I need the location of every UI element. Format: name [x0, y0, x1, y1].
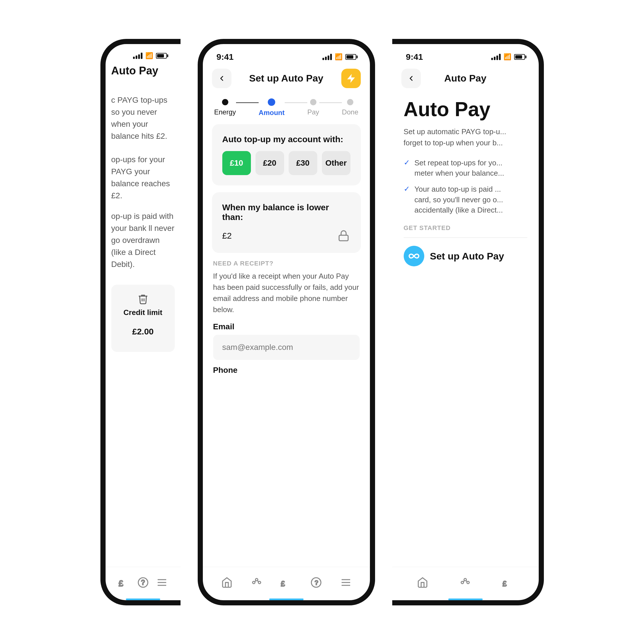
bullet-list: ✓ Set repeat top-ups for yo...meter when… [404, 158, 527, 215]
svg-text:?: ? [315, 579, 318, 586]
delete-button[interactable] [120, 293, 166, 305]
svg-line-11 [255, 580, 256, 582]
right-nav-bar: Auto Pay [392, 64, 539, 93]
step-line-2 [285, 102, 308, 103]
left-status-bar: 📶 [106, 44, 181, 62]
balance-row: £2 [222, 229, 350, 243]
left-credit-card-container: Credit limit £2.00 [111, 285, 175, 352]
amount-grid: £10 £20 £30 Other [222, 151, 350, 175]
svg-line-23 [466, 580, 467, 582]
center-nav-home[interactable] [218, 574, 235, 591]
svg-text:£: £ [118, 578, 123, 588]
svg-line-12 [257, 580, 258, 582]
center-status-icons: 📶 [322, 53, 356, 61]
right-back-button[interactable] [401, 69, 421, 88]
topup-card: Auto top-up my account with: £10 £20 £30… [212, 124, 361, 185]
right-nav-home[interactable] [414, 574, 431, 591]
step-amount-label: Amount [259, 109, 285, 117]
center-nav-account[interactable]: £ [278, 574, 295, 591]
check-icon-1: ✓ [404, 158, 410, 167]
back-button[interactable] [212, 69, 231, 88]
step-line-3 [319, 102, 342, 103]
right-status-icons: 📶 [491, 53, 525, 61]
lock-icon [337, 229, 350, 243]
svg-rect-7 [339, 235, 348, 241]
divider [404, 237, 527, 238]
left-desc2: op-ups for your PAYG your balance reache… [111, 154, 175, 202]
left-page-title: Auto Pay [111, 65, 175, 77]
right-wifi-icon: 📶 [504, 53, 511, 61]
lightning-button[interactable] [341, 69, 361, 88]
receipt-text: If you'd like a receipt when your Auto P… [213, 271, 360, 315]
get-started-label: GET STARTED [404, 224, 527, 232]
svg-line-22 [463, 580, 465, 582]
amount-10-button[interactable]: £10 [222, 151, 251, 175]
bullet-item-1: ✓ Set repeat top-ups for yo...meter when… [404, 158, 527, 179]
center-nav-menu[interactable] [337, 574, 354, 591]
left-nav-help[interactable]: ? [134, 574, 152, 591]
right-nav-indicator [448, 599, 483, 600]
right-nav-network[interactable] [457, 574, 474, 591]
phone-label: Phone [213, 366, 360, 375]
balance-value: £2 [222, 231, 232, 241]
bullet-text-1: Set repeat top-ups for yo...meter when y… [415, 158, 504, 179]
amount-30-button[interactable]: £30 [289, 151, 317, 175]
email-input[interactable] [213, 335, 360, 360]
step-line-1 [236, 102, 259, 103]
left-nav-menu[interactable] [153, 574, 171, 591]
credit-limit-label: Credit limit [120, 308, 166, 317]
setup-autopay-label: Set up Auto Pay [430, 251, 504, 262]
step-done: Done [342, 99, 358, 116]
svg-text:?: ? [141, 579, 145, 586]
amount-other-button[interactable]: Other [322, 151, 350, 175]
phone-right: 9:41 📶 Auto Pay Auto Pay [392, 39, 544, 605]
credit-value-card: £2.00 [120, 320, 166, 343]
right-nav-account[interactable]: £ [500, 574, 517, 591]
left-nav-account[interactable]: £ [116, 574, 133, 591]
battery-icon [156, 53, 167, 59]
step-pay-label: Pay [307, 108, 319, 116]
center-content: Auto top-up my account with: £10 £20 £30… [203, 120, 370, 567]
svg-text:£: £ [502, 579, 507, 588]
center-page-title: Set up Auto Pay [231, 73, 341, 84]
right-bottom-nav: £ [392, 567, 539, 600]
topup-card-title: Auto top-up my account with: [222, 134, 350, 144]
center-bottom-nav: £ ? [203, 567, 370, 600]
right-signal-icon [491, 54, 501, 60]
stepper: Energy Amount Pay Done [203, 93, 370, 120]
center-nav-bar: Set up Auto Pay [203, 64, 370, 93]
signal-icon [133, 53, 142, 59]
right-page-title: Auto Pay [421, 73, 510, 84]
wifi-icon: 📶 [145, 52, 153, 60]
right-battery-icon [514, 54, 525, 60]
scene: 📶 Auto Pay c PAYG top-ups so you never w… [0, 0, 644, 644]
step-energy: Energy [214, 99, 236, 116]
step-amount: Amount [259, 98, 285, 117]
receipt-section-label: NEED A RECEIPT? [213, 260, 360, 267]
center-signal-icon [322, 54, 332, 60]
setup-autopay-button[interactable]: Set up Auto Pay [404, 246, 527, 266]
left-bottom-nav: £ ? [106, 567, 181, 600]
phone-center: 9:41 📶 Set up Auto Pay [198, 39, 375, 605]
step-amount-dot [268, 98, 275, 106]
svg-marker-6 [348, 74, 354, 82]
amount-20-button[interactable]: £20 [255, 151, 284, 175]
step-energy-label: Energy [214, 108, 236, 116]
step-pay: Pay [307, 99, 319, 116]
center-status-bar: 9:41 📶 [203, 44, 370, 64]
right-content: Auto Pay Set up automatic PAYG top-u...f… [392, 93, 539, 567]
email-label: Email [213, 322, 360, 331]
balance-card-title: When my balance is lower than: [222, 203, 350, 222]
right-status-bar: 9:41 📶 [392, 44, 539, 64]
bullet-text-2: Your auto top-up is paid ...card, so you… [415, 184, 503, 215]
left-status-icons: 📶 [133, 52, 167, 60]
step-pay-dot [310, 99, 316, 105]
phone-left: 📶 Auto Pay c PAYG top-ups so you never w… [100, 39, 181, 605]
bullet-item-2: ✓ Your auto top-up is paid ...card, so y… [404, 184, 527, 215]
left-desc1: c PAYG top-ups so you never when your ba… [111, 94, 175, 142]
right-time: 9:41 [406, 52, 423, 62]
step-done-label: Done [342, 108, 358, 116]
center-nav-network[interactable] [248, 574, 265, 591]
center-nav-help[interactable]: ? [308, 574, 325, 591]
center-battery-icon [345, 54, 356, 60]
